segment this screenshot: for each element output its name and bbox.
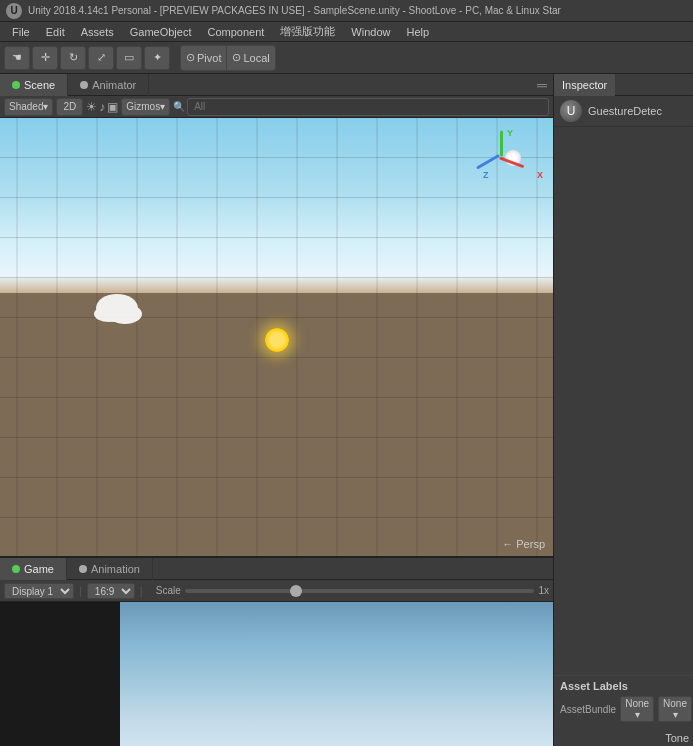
image-icon[interactable]: ▣ <box>107 100 118 114</box>
gizmo-x-label: X <box>537 170 543 180</box>
asset-bundle-row: AssetBundle None ▾ None ▾ <box>560 696 687 722</box>
asset-none-button[interactable]: None ▾ <box>658 696 692 722</box>
menu-help[interactable]: Help <box>398 24 437 40</box>
scene-toolbar: Shaded ▾ 2D ☀ ♪ ▣ Gizmos ▾ 🔍 <box>0 96 553 118</box>
menu-edit[interactable]: Edit <box>38 24 73 40</box>
menu-assets[interactable]: Assets <box>73 24 122 40</box>
animation-tab-dot <box>79 565 87 573</box>
ratio-select[interactable]: 16:9 <box>87 583 135 599</box>
bottom-bar: Game Animation Display 1 | 16:9 | Scale <box>0 556 553 746</box>
tool-hand[interactable]: ☚ <box>4 46 30 70</box>
audio-icon[interactable]: ♪ <box>99 100 105 114</box>
asset-labels-section: Asset Labels AssetBundle None ▾ None ▾ <box>554 675 693 726</box>
persp-label: ← Persp <box>502 538 545 550</box>
inspector-body <box>554 127 693 675</box>
asset-labels-title: Asset Labels <box>560 680 687 692</box>
tool-transform[interactable]: ✦ <box>144 46 170 70</box>
gizmo-z-label: Z <box>483 170 489 180</box>
bottom-toolbar: Display 1 | 16:9 | Scale 1x <box>0 580 553 602</box>
scale-value: 1x <box>538 585 549 596</box>
inspector-panel: Inspector U GuestureDetec Asset Labels A… <box>553 74 693 746</box>
2d-button[interactable]: 2D <box>56 98 83 116</box>
scene-icon-group: ☀ ♪ ▣ <box>86 100 118 114</box>
title-text: Unity 2018.4.14c1 Personal - [PREVIEW PA… <box>28 5 561 16</box>
tool-scale[interactable]: ⤢ <box>88 46 114 70</box>
scene-search-input[interactable] <box>187 98 549 116</box>
animator-tab-dot <box>80 81 88 89</box>
tool-rotate[interactable]: ↻ <box>60 46 86 70</box>
menu-gameobject[interactable]: GameObject <box>122 24 200 40</box>
scene-panel-collapse[interactable]: ═ <box>531 77 553 93</box>
menu-file[interactable]: File <box>4 24 38 40</box>
scene-tab-dot <box>12 81 20 89</box>
main-toolbar: ☚ ✛ ↻ ⤢ ▭ ✦ ⊙ Pivot ⊙ Local <box>0 42 693 74</box>
left-panel: Scene Animator ═ Shaded ▾ 2D ☀ ♪ ▣ Gizmo… <box>0 74 553 746</box>
tab-animator[interactable]: Animator <box>68 74 149 96</box>
menu-component[interactable]: Component <box>199 24 272 40</box>
inspector-header: U GuestureDetec <box>554 96 693 127</box>
pivot-button[interactable]: ⊙ Pivot <box>181 46 227 70</box>
scale-slider[interactable] <box>185 589 535 593</box>
scene-gizmo[interactable]: X Y Z <box>483 128 543 188</box>
inspector-unity-logo: U <box>560 100 582 122</box>
search-icon-scene: 🔍 <box>173 101 185 112</box>
local-button[interactable]: ⊙ Local <box>227 46 274 70</box>
tab-inspector[interactable]: Inspector <box>554 74 615 96</box>
tool-move[interactable]: ✛ <box>32 46 58 70</box>
scene-tab-bar: Scene Animator ═ <box>0 74 553 96</box>
tone-label: Tone <box>661 732 693 744</box>
tab-animation[interactable]: Animation <box>67 558 153 580</box>
gizmo-y-label: Y <box>507 128 513 138</box>
asset-bundle-label: AssetBundle <box>560 704 616 715</box>
display-select[interactable]: Display 1 <box>4 583 74 599</box>
menu-enhanced[interactable]: 增强版功能 <box>272 22 343 41</box>
inspector-object-name: GuestureDetec <box>588 105 662 117</box>
game-tab-dot <box>12 565 20 573</box>
asset-bundle-dropdown[interactable]: None ▾ <box>620 696 654 722</box>
scene-view[interactable]: X Y Z ← Persp <box>0 118 553 556</box>
unity-logo-titlebar: U <box>6 3 22 19</box>
scene-cloud <box>94 306 124 322</box>
scale-slider-thumb[interactable] <box>290 585 302 597</box>
scale-label: Scale <box>156 585 181 596</box>
shaded-dropdown[interactable]: Shaded ▾ <box>4 98 53 116</box>
main-area: Scene Animator ═ Shaded ▾ 2D ☀ ♪ ▣ Gizmo… <box>0 74 693 746</box>
gizmo-y-axis <box>500 131 503 157</box>
game-dark-letterbox <box>0 602 120 746</box>
bottom-tab-bar: Game Animation <box>0 558 553 580</box>
tone-area: Tone <box>554 726 693 746</box>
tool-rect[interactable]: ▭ <box>116 46 142 70</box>
light-icon[interactable]: ☀ <box>86 100 97 114</box>
game-sky-view <box>120 602 553 746</box>
tab-game[interactable]: Game <box>0 558 67 580</box>
tab-scene[interactable]: Scene <box>0 74 68 96</box>
game-view[interactable] <box>0 602 553 746</box>
pivot-local-group: ⊙ Pivot ⊙ Local <box>180 45 276 71</box>
menu-bar: File Edit Assets GameObject Component 增强… <box>0 22 693 42</box>
menu-window[interactable]: Window <box>343 24 398 40</box>
inspector-tab-bar: Inspector <box>554 74 693 96</box>
title-bar: U Unity 2018.4.14c1 Personal - [PREVIEW … <box>0 0 693 22</box>
gizmos-dropdown[interactable]: Gizmos ▾ <box>121 98 170 116</box>
